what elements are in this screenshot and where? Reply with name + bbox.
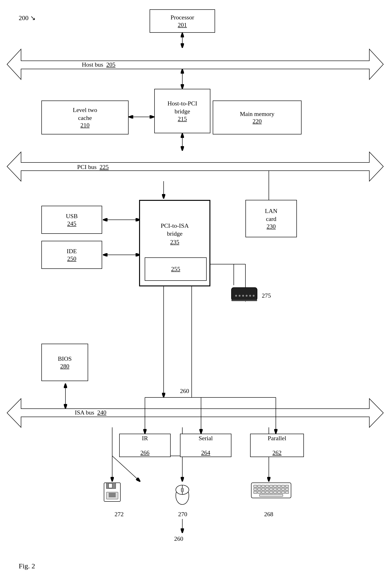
modem-device — [229, 283, 260, 306]
svg-rect-79 — [266, 485, 269, 488]
usb-label: USB — [66, 212, 78, 220]
fig-label: Fig. 2 — [19, 562, 35, 570]
parallel-label: Parallel — [268, 434, 286, 442]
ir-box: IR 266 — [119, 434, 171, 457]
parallel-num: 262 — [272, 449, 282, 456]
svg-rect-101 — [282, 491, 285, 494]
svg-rect-80 — [270, 485, 273, 488]
host-pci-bridge-box: Host-to-PCIbridge 215 — [154, 89, 210, 133]
floppy-device — [100, 482, 124, 510]
svg-rect-102 — [286, 491, 289, 494]
serial-label: Serial — [199, 434, 213, 442]
pci-isa-bridge-num: 235 — [170, 239, 179, 246]
svg-point-58 — [242, 295, 244, 297]
host-bus-label: Host bus 205 — [82, 61, 116, 68]
bios-label: BIOS — [58, 355, 72, 363]
svg-rect-85 — [254, 488, 257, 490]
usb-box: USB 245 — [41, 206, 102, 234]
svg-rect-90 — [274, 488, 277, 490]
svg-rect-89 — [270, 488, 273, 490]
svg-rect-83 — [282, 485, 285, 488]
svg-rect-99 — [274, 491, 277, 494]
svg-point-60 — [249, 295, 251, 297]
svg-rect-91 — [278, 488, 281, 490]
diagram: 200 ↘ Processor 201 — [0, 0, 392, 584]
pci-bus-label: PCI bus 225 — [77, 164, 109, 171]
connector-260a-label: 260 — [180, 388, 189, 395]
svg-rect-16 — [21, 162, 369, 171]
host-pci-bridge-label: Host-to-PCIbridge — [167, 100, 197, 116]
svg-marker-6 — [210, 49, 383, 80]
svg-rect-100 — [278, 491, 281, 494]
svg-rect-78 — [262, 485, 265, 488]
svg-marker-15 — [210, 152, 383, 181]
svg-point-57 — [239, 295, 240, 297]
svg-rect-88 — [266, 488, 269, 490]
svg-rect-87 — [262, 488, 265, 490]
svg-rect-96 — [262, 491, 265, 494]
svg-marker-28 — [210, 398, 383, 427]
pci-isa-bridge-label: PCI-to-ISAbridge — [161, 222, 189, 238]
svg-rect-77 — [258, 485, 261, 488]
diagram-svg — [0, 0, 392, 584]
main-memory-box: Main memory 220 — [213, 100, 302, 134]
ir-label: IR — [142, 434, 148, 442]
mouse-device — [171, 482, 194, 510]
parallel-box: Parallel 262 — [250, 434, 304, 457]
inner-255-num: 255 — [171, 266, 180, 272]
lan-card-label: LANcard — [265, 207, 277, 223]
device-272-label: 272 — [114, 511, 124, 518]
main-memory-label: Main memory — [240, 110, 274, 118]
svg-rect-74 — [181, 488, 184, 492]
ide-num: 250 — [67, 255, 76, 262]
isa-bus-label: ISA bus 240 — [75, 409, 106, 416]
bios-box: BIOS 280 — [41, 344, 88, 381]
svg-rect-95 — [258, 491, 261, 494]
svg-point-56 — [235, 295, 237, 297]
svg-rect-86 — [258, 488, 261, 490]
processor-label: Processor — [170, 14, 194, 22]
svg-rect-65 — [109, 484, 112, 488]
inner-255-box: 255 — [145, 258, 207, 281]
level-two-cache-label: Level twocache — [73, 106, 97, 122]
modem-num-label: 275 — [262, 292, 271, 299]
host-pci-bridge-num: 215 — [178, 116, 187, 122]
svg-rect-84 — [286, 485, 289, 488]
usb-num: 245 — [67, 220, 76, 227]
svg-rect-94 — [254, 491, 257, 494]
svg-rect-62 — [232, 300, 257, 301]
svg-point-61 — [253, 295, 254, 297]
svg-rect-97 — [266, 491, 269, 494]
level-two-cache-box: Level twocache 210 — [41, 100, 128, 134]
svg-rect-7 — [21, 61, 369, 69]
svg-rect-55 — [232, 288, 257, 300]
svg-rect-81 — [274, 485, 277, 488]
pci-isa-bridge-box: PCI-to-ISAbridge 235 255 — [139, 200, 210, 286]
serial-box: Serial 264 — [180, 434, 232, 457]
diagram-number: 200 ↘ — [19, 14, 36, 22]
lan-card-box: LANcard 230 — [246, 200, 297, 237]
svg-rect-29 — [21, 409, 369, 417]
serial-num: 264 — [201, 449, 210, 456]
bios-num: 280 — [60, 363, 70, 370]
keyboard-device — [248, 482, 294, 510]
svg-rect-82 — [278, 485, 281, 488]
svg-line-46 — [112, 456, 140, 482]
svg-rect-103 — [260, 494, 283, 496]
device-270-label: 270 — [178, 511, 187, 518]
lan-card-num: 230 — [267, 223, 276, 230]
ir-num: 266 — [140, 449, 150, 456]
svg-rect-76 — [254, 485, 257, 488]
main-memory-num: 220 — [253, 118, 262, 125]
ide-label: IDE — [66, 247, 77, 255]
svg-rect-98 — [270, 491, 273, 494]
svg-point-59 — [246, 295, 248, 297]
processor-box: Processor 201 — [150, 9, 215, 33]
level-two-cache-num: 210 — [80, 122, 90, 129]
connector-260b-label: 260 — [174, 535, 183, 542]
svg-rect-93 — [286, 488, 289, 490]
device-268-label: 268 — [264, 511, 273, 518]
ide-box: IDE 250 — [41, 241, 102, 269]
svg-rect-92 — [282, 488, 285, 490]
processor-num: 201 — [178, 22, 187, 28]
